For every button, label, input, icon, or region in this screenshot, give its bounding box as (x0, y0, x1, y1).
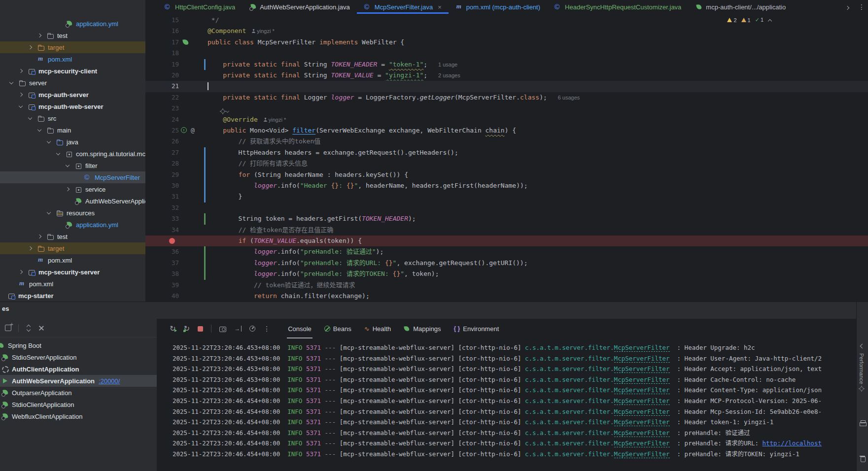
tab-headersynchttprequestcustomizer-java[interactable]: HeaderSyncHttpRequestCustomizer.java (547, 0, 688, 14)
console-tab-mappings[interactable]: Mappings (402, 319, 443, 338)
tree-row[interactable]: application.yml (0, 18, 145, 30)
tree-row[interactable]: application.yml (0, 219, 145, 231)
gauge-icon[interactable] (249, 326, 255, 332)
chevron-down-icon[interactable] (45, 209, 54, 217)
tree-row[interactable]: service (0, 183, 145, 195)
service-item[interactable]: StdioServerApplication (0, 351, 157, 363)
log-logger-link[interactable]: McpServerFilter (614, 376, 670, 384)
tree-row[interactable]: main (0, 124, 145, 136)
tree-row[interactable]: McpServerFilter (0, 171, 145, 183)
tree-row[interactable]: target (0, 242, 145, 254)
console-tab-health[interactable]: ∿Health (362, 319, 393, 338)
add-service-icon[interactable] (5, 325, 11, 331)
tab-mcpserverfilter-java[interactable]: McpServerFilter.java× (357, 0, 449, 14)
expand-all-icon[interactable] (26, 325, 32, 332)
log-logger-link[interactable]: McpServerFilter (614, 429, 670, 437)
editor-line[interactable]: 36 logger.info("preHandle: 验证通过"); (145, 246, 868, 257)
rerun-icon[interactable]: ↻ (170, 325, 176, 333)
log-logger-link[interactable]: McpServerFilter (614, 408, 670, 416)
tree-row[interactable]: mcp-auth-web-server (0, 101, 145, 112)
editor-line[interactable]: 31 } (145, 191, 868, 202)
chevron-left-icon[interactable] (860, 344, 865, 349)
tab-authwebserverapplication-java[interactable]: AuthWebServerApplication.java (242, 0, 357, 14)
editor-line[interactable]: 23 (145, 103, 868, 114)
code-vision-icon[interactable] (221, 109, 229, 113)
log-logger-link[interactable]: McpServerFilter (614, 355, 670, 363)
editor-line[interactable]: 28 // 打印所有请求头信息 (145, 158, 868, 169)
editor-line[interactable]: 38 logger.info("preHandle: 请求的TOKEN: {}"… (145, 269, 868, 279)
editor-line[interactable]: 25↑@ public Mono<Void> filter(ServerWebE… (145, 125, 868, 136)
chevron-down-icon[interactable] (7, 79, 16, 87)
close-icon[interactable]: × (438, 3, 442, 11)
tree-row[interactable]: mcp-auth-server (0, 89, 145, 101)
collapse-all-icon[interactable] (38, 325, 44, 331)
tab-mcp-auth-client-applicatio[interactable]: mcp-auth-client/.../applicatio (688, 0, 793, 14)
tree-row[interactable]: mcp-security-server (0, 266, 145, 278)
service-item[interactable]: AuthClientApplication (0, 363, 157, 375)
tree-row[interactable]: mcp-starter (0, 290, 145, 302)
log-logger-link[interactable]: McpServerFilter (614, 344, 670, 352)
chevron-right-icon[interactable] (64, 185, 72, 193)
chevron-down-icon[interactable] (843, 4, 852, 12)
editor-line[interactable]: 19 private static final String TOKEN_HEA… (145, 59, 868, 70)
editor-line[interactable]: 40 return chain.filter(exchange); (145, 291, 868, 302)
chevron-down-icon[interactable] (17, 102, 26, 110)
editor-line[interactable]: 18 (145, 48, 868, 59)
editor-line[interactable]: if (TOKEN_VALUE.equals(token)) { (145, 236, 868, 246)
console-tab-environment[interactable]: { }Environment (452, 319, 501, 338)
chevron-right-icon[interactable] (17, 91, 26, 99)
chevron-down-icon[interactable] (26, 114, 35, 122)
chevron-down-icon[interactable] (54, 150, 63, 158)
more-options-icon[interactable]: ⋮ (858, 3, 865, 11)
console-tab-beans[interactable]: Beans (322, 319, 353, 338)
tree-row[interactable]: pom.xml (0, 53, 145, 65)
chevron-right-icon[interactable] (35, 233, 44, 240)
tree-row[interactable]: com.spring.ai.tutorial.mcp.serv (0, 148, 145, 160)
chevron-right-icon[interactable] (17, 268, 26, 276)
performance-tool-button[interactable]: Performance (859, 353, 865, 384)
editor-line[interactable]: 21 (145, 81, 868, 92)
editor-line[interactable]: 17public class McpServerFilter implement… (145, 37, 868, 48)
tree-row[interactable]: pom.xml (0, 254, 145, 266)
tab-pom-xml-mcp-auth-client-[interactable]: pom.xml (mcp-auth-client) (449, 0, 547, 14)
chevron-right-icon[interactable] (35, 32, 44, 39)
editor-line[interactable]: 26 // 获取请求头中的token值 (145, 136, 868, 147)
spring-bean-gutter-icon[interactable] (182, 39, 188, 45)
editor-line[interactable]: 24 @Overrideyingzi * (145, 114, 868, 125)
tree-row[interactable]: server (0, 77, 145, 89)
tree-row[interactable]: target (0, 41, 145, 53)
tree-row[interactable]: test (0, 30, 145, 41)
log-logger-link[interactable]: McpServerFilter (614, 397, 670, 405)
log-url-link[interactable]: http://localhost (763, 439, 822, 447)
editor-line[interactable]: 29 for (String headerName : headers.keyS… (145, 169, 868, 180)
tree-row[interactable]: src (0, 112, 145, 124)
tree-row[interactable]: resources (0, 207, 145, 219)
chevron-up-icon[interactable] (768, 18, 772, 22)
service-item[interactable]: AuthWebServerApplication:20000/ (0, 375, 157, 387)
tree-row[interactable]: filter (0, 160, 145, 171)
heap-dump-icon[interactable]: → (234, 326, 242, 332)
editor-line[interactable]: 20 private static final String TOKEN_VAL… (145, 70, 868, 81)
log-logger-link[interactable]: McpServerFilter (614, 365, 670, 373)
editor-line[interactable]: 33 String token = headers.getFirst(TOKEN… (145, 213, 868, 224)
tree-row[interactable]: java (0, 136, 145, 148)
chevron-down-icon[interactable] (45, 138, 54, 146)
chevron-right-icon[interactable] (17, 67, 26, 75)
tree-row[interactable]: test (0, 231, 145, 242)
services-group-spring-boot[interactable]: Spring Boot (0, 339, 157, 351)
service-port-link[interactable]: :20000/ (99, 377, 120, 385)
editor-line[interactable]: 27 HttpHeaders headers = exchange.getReq… (145, 147, 868, 158)
editor-line[interactable]: 39 // token验证通过，继续处理请求 (145, 280, 868, 291)
override-gutter-icon[interactable]: ↑ (181, 127, 187, 133)
breakpoint-icon[interactable] (169, 238, 175, 244)
log-logger-link[interactable]: McpServerFilter (614, 418, 670, 426)
chevron-right-icon[interactable] (26, 244, 35, 252)
editor-line[interactable]: 32 (145, 202, 868, 213)
editor-line[interactable]: 16@Componentyingzi * (145, 26, 868, 36)
log-logger-link[interactable]: McpServerFilter (614, 386, 670, 394)
service-item[interactable]: WebfluxClientApplication (0, 410, 157, 422)
stop-icon[interactable] (198, 326, 203, 332)
service-item[interactable]: StdioClientApplication (0, 399, 157, 410)
thread-dump-icon[interactable] (219, 327, 226, 332)
editor-line[interactable]: 30 logger.info("Header {}: {}", headerNa… (145, 180, 868, 191)
